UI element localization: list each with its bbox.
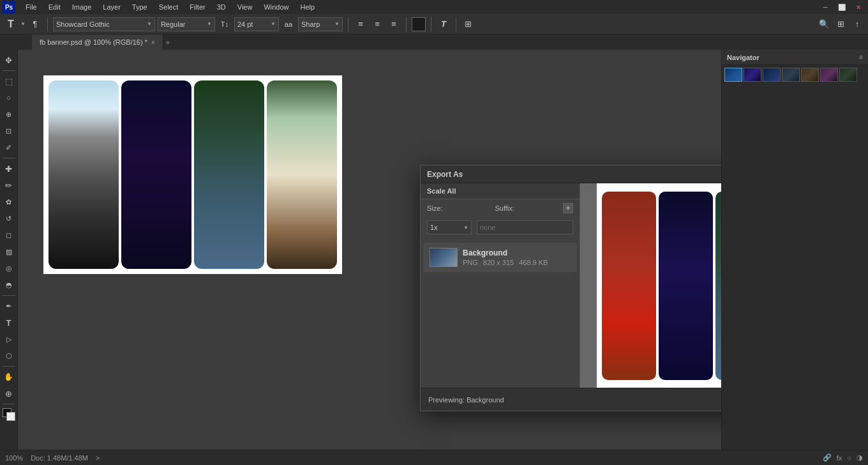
menu-file[interactable]: File bbox=[20, 2, 42, 12]
align-left-icon[interactable]: ≡ bbox=[354, 17, 368, 31]
dialog-body: Scale All Size: Suffix: + 1x ▼ bbox=[421, 183, 721, 388]
pen-tool[interactable]: ✒ bbox=[1, 298, 17, 314]
menu-edit[interactable]: Edit bbox=[43, 2, 66, 12]
status-link-icon[interactable]: 🔗 bbox=[823, 454, 832, 462]
font-size-dropdown[interactable]: 24 pt ▼ bbox=[234, 17, 279, 31]
asset-dimensions: 820 x 315 bbox=[483, 259, 514, 266]
tab-expand-icon[interactable]: » bbox=[166, 38, 170, 46]
restore-button[interactable]: ⬜ bbox=[835, 0, 849, 14]
doc-info: Doc: 1.48M/1.48M bbox=[31, 454, 88, 462]
eraser-tool[interactable]: ◻ bbox=[1, 227, 17, 243]
eyedropper-tool[interactable]: ✐ bbox=[1, 140, 17, 155]
menu-help[interactable]: Help bbox=[296, 2, 320, 12]
navigator-thumbnails bbox=[722, 65, 868, 84]
crop-tool[interactable]: ⊡ bbox=[1, 123, 17, 139]
menu-select[interactable]: Select bbox=[154, 2, 184, 12]
menu-layer[interactable]: Layer bbox=[98, 2, 126, 12]
add-scale-button[interactable]: + bbox=[563, 203, 573, 213]
hand-tool[interactable]: ✋ bbox=[1, 369, 17, 385]
search-icon[interactable]: 🔍 bbox=[817, 17, 831, 31]
type-tool[interactable]: T bbox=[1, 315, 17, 330]
dodge-tool[interactable]: ◓ bbox=[1, 277, 17, 293]
heal-tool[interactable]: ✚ bbox=[1, 161, 17, 176]
preview-label: Previewing: Background bbox=[428, 396, 721, 404]
shape-tool[interactable]: ⬡ bbox=[1, 348, 17, 363]
type-tool-dropdown[interactable]: ▼ bbox=[20, 21, 26, 27]
warp-text-icon[interactable]: T bbox=[437, 17, 451, 31]
history-brush-tool[interactable]: ↺ bbox=[1, 211, 17, 226]
document-tab[interactable]: fb banner.psd @ 100% (RGB/16) * × bbox=[32, 34, 163, 50]
left-toolbar: ✥ ⬚ ○ ⊕ ⊡ ✐ ✚ ✏ ✿ ↺ ◻ ▨ ◎ ◓ ✒ T ▷ ⬡ ✋ ⊕ bbox=[0, 50, 18, 450]
menu-bar: Ps File Edit Image Layer Type Select Fil… bbox=[0, 0, 868, 14]
clone-tool[interactable]: ✿ bbox=[1, 194, 17, 210]
separator-5 bbox=[456, 17, 456, 31]
tool-separator-4 bbox=[3, 366, 15, 367]
tab-close-button[interactable]: × bbox=[151, 39, 155, 46]
marquee-rect-tool[interactable]: ⬚ bbox=[1, 73, 17, 89]
navigator-header: Navigator ≡ bbox=[722, 50, 868, 65]
align-right-icon[interactable]: ≡ bbox=[387, 17, 401, 31]
tool-separator-3 bbox=[3, 295, 15, 296]
menu-image[interactable]: Image bbox=[67, 2, 97, 12]
brush-tool[interactable]: ✏ bbox=[1, 178, 17, 193]
anti-alias-dropdown[interactable]: Sharp ▼ bbox=[298, 17, 343, 31]
status-fx-icon[interactable]: fx bbox=[837, 454, 842, 462]
quick-select-tool[interactable]: ⊕ bbox=[1, 107, 17, 122]
menu-window[interactable]: Window bbox=[258, 2, 294, 12]
dialog-footer: Previewing: Background ⊞ − 100% + Can bbox=[421, 388, 721, 411]
nav-thumb-1[interactable] bbox=[724, 68, 742, 82]
align-center-icon[interactable]: ≡ bbox=[370, 17, 384, 31]
paragraph-icon[interactable]: ¶ bbox=[28, 17, 42, 31]
export-dialog: Export As Scale All Size: Suffix: + bbox=[420, 165, 721, 411]
zoom-tool[interactable]: ⊕ bbox=[1, 386, 17, 401]
asset-name: Background bbox=[463, 248, 571, 257]
scale-all-header: Scale All bbox=[421, 183, 580, 199]
lasso-tool[interactable]: ○ bbox=[1, 90, 17, 105]
tool-separator-5 bbox=[3, 404, 15, 404]
nav-thumb-5[interactable] bbox=[801, 68, 819, 82]
separator-2 bbox=[348, 17, 348, 31]
aa-icon[interactable]: aa bbox=[281, 17, 296, 31]
status-adjustment-icon[interactable]: ◑ bbox=[857, 454, 863, 462]
navigator-menu-icon[interactable]: ≡ bbox=[859, 54, 863, 61]
menu-3d[interactable]: 3D bbox=[212, 2, 231, 12]
nav-thumb-3[interactable] bbox=[763, 68, 781, 82]
resize-font-icon[interactable]: T↕ bbox=[218, 17, 232, 31]
font-family-dropdown[interactable]: Showcard Gothic ▼ bbox=[53, 17, 155, 31]
nav-thumb-4[interactable] bbox=[782, 68, 800, 82]
app-logo: Ps bbox=[3, 1, 15, 13]
status-bar: 100% Doc: 1.48M/1.48M > 🔗 fx ○ ◑ bbox=[0, 450, 868, 465]
options-icon[interactable]: ⊞ bbox=[461, 17, 475, 31]
menu-view[interactable]: View bbox=[232, 2, 258, 12]
close-button[interactable]: ✕ bbox=[851, 0, 865, 14]
suffix-input[interactable] bbox=[477, 220, 573, 234]
minimize-button[interactable]: ─ bbox=[818, 0, 832, 14]
gradient-tool[interactable]: ▨ bbox=[1, 244, 17, 259]
size-select[interactable]: 1x ▼ bbox=[427, 220, 472, 234]
asset-row[interactable]: Background PNG 820 x 315 468.9 KB bbox=[423, 243, 577, 272]
canvas-area: Export As Scale All Size: Suffix: + bbox=[18, 50, 721, 450]
asset-filesize: 468.9 KB bbox=[519, 259, 548, 266]
path-select-tool[interactable]: ▷ bbox=[1, 332, 17, 347]
type-tool-icon[interactable]: T bbox=[4, 17, 18, 31]
foreground-color[interactable] bbox=[1, 407, 17, 422]
move-tool[interactable]: ✥ bbox=[1, 52, 17, 68]
size-suffix-row: Size: Suffix: + bbox=[421, 199, 580, 218]
nav-thumb-6[interactable] bbox=[820, 68, 838, 82]
font-style-dropdown[interactable]: Regular ▼ bbox=[158, 17, 215, 31]
nav-thumb-7[interactable] bbox=[839, 68, 857, 82]
workspace-icon[interactable]: ⊞ bbox=[834, 17, 848, 31]
status-mask-icon[interactable]: ○ bbox=[847, 454, 851, 462]
menu-type[interactable]: Type bbox=[127, 2, 153, 12]
menu-filter[interactable]: Filter bbox=[184, 2, 210, 12]
text-color-swatch[interactable] bbox=[412, 17, 426, 31]
share-icon[interactable]: ↑ bbox=[850, 17, 864, 31]
doc-info-expand[interactable]: > bbox=[96, 454, 100, 462]
size-inputs-row: 1x ▼ bbox=[421, 218, 580, 240]
nav-thumb-2[interactable] bbox=[744, 68, 761, 82]
separator-3 bbox=[406, 17, 407, 31]
separator-1 bbox=[47, 17, 48, 31]
blur-tool[interactable]: ◎ bbox=[1, 261, 17, 276]
status-icons: 🔗 fx ○ ◑ bbox=[823, 454, 863, 462]
dialog-left-panel: Scale All Size: Suffix: + 1x ▼ bbox=[421, 183, 580, 388]
